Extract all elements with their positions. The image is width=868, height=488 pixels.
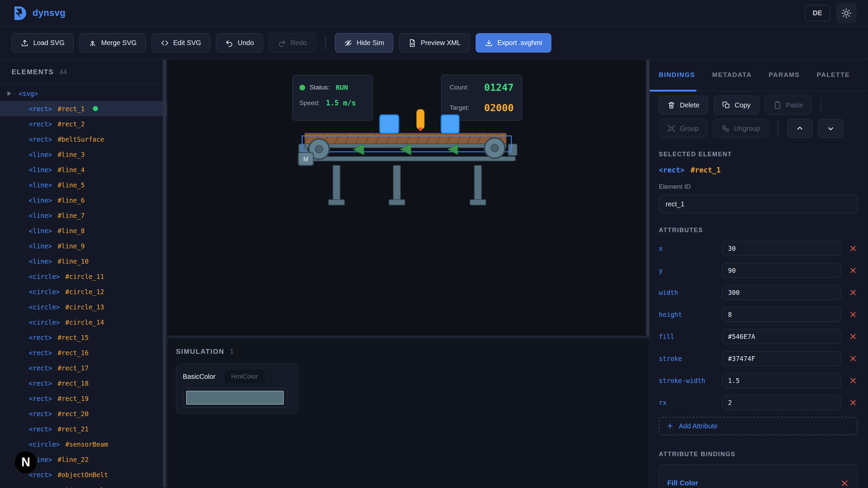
sun-icon <box>841 8 851 18</box>
delete-attribute-button[interactable] <box>849 244 857 253</box>
tree-item[interactable]: <line>#line_9 <box>0 238 167 253</box>
group-icon <box>667 124 675 133</box>
edit-svg-button[interactable]: Edit SVG <box>152 33 210 53</box>
motor-box[interactable]: M <box>298 152 313 165</box>
sensor-beam-dot <box>419 127 422 131</box>
load-svg-button[interactable]: Load SVG <box>12 33 74 53</box>
tree-item[interactable]: <line>#line_3 <box>0 147 167 162</box>
undo-button[interactable]: Undo <box>216 33 263 53</box>
count-value: 01247 <box>484 82 514 93</box>
app-title: dynsvg <box>33 8 66 18</box>
conveyor-graphic[interactable]: M <box>289 104 527 205</box>
tree-item[interactable]: <rect>#rect_21 <box>0 421 167 436</box>
tree-item[interactable]: <rect>#rect_16 <box>0 345 167 360</box>
tab-metadata[interactable]: METADATA <box>712 71 752 91</box>
tree-item[interactable]: <circle>#circle_14 <box>0 314 167 330</box>
redo-button[interactable]: Redo <box>269 33 316 53</box>
tree-item[interactable]: <circle>#circle_12 <box>0 284 167 299</box>
tree-id: #rect_2 <box>58 120 85 128</box>
delete-attribute-button[interactable] <box>849 354 857 363</box>
tree-item[interactable]: <rect>#rect_18 <box>0 375 167 391</box>
attribute-row: width300 <box>659 285 857 300</box>
attribute-value-input[interactable]: 1.5 <box>722 373 841 388</box>
attribute-value-input[interactable]: 2 <box>722 395 841 410</box>
tree-item[interactable]: <rect>#rect_20 <box>0 406 167 421</box>
element-id-input[interactable]: rect_1 <box>659 195 857 213</box>
export-svghmi-button[interactable]: Export .svghmi <box>476 33 551 53</box>
tree-item[interactable]: <rect>#rect_2 <box>0 116 167 131</box>
delete-label: Delete <box>680 101 699 109</box>
tree-item[interactable]: <rect>#beltSurface <box>0 131 167 147</box>
tree-item[interactable]: <rect>#rect_19 <box>0 391 167 406</box>
attribute-row: x30 <box>659 241 857 256</box>
attribute-value-input[interactable]: 90 <box>722 263 841 278</box>
tree-item[interactable]: <rect>#rect_15 <box>0 330 167 345</box>
attribute-value-input[interactable]: #546E7A <box>722 329 841 344</box>
attribute-value-input[interactable]: #37474F <box>722 351 841 366</box>
bound-indicator-dot <box>93 106 98 111</box>
tree-item[interactable]: <line>#line_8 <box>0 223 167 238</box>
dev-overlay-badge[interactable]: N <box>14 451 37 474</box>
roller-right[interactable] <box>485 138 505 158</box>
tree-id: #circle_12 <box>65 288 104 296</box>
status-value: RUN <box>336 83 348 92</box>
tree-item[interactable]: <line>#line_10 <box>0 253 167 269</box>
tree-tag: <rect> <box>29 471 52 479</box>
canvas-scrollbar[interactable] <box>646 60 649 336</box>
move-down-button[interactable] <box>818 119 843 138</box>
tree-item[interactable]: <line>#line_5 <box>0 177 167 192</box>
language-button[interactable]: DE <box>805 5 830 21</box>
tree-item[interactable]: <rect>#rect_1 <box>0 101 167 116</box>
delete-button[interactable]: Delete <box>659 96 708 115</box>
delete-attribute-button[interactable] <box>849 398 857 407</box>
svg-canvas[interactable]: Status: RUN Speed: 1.5 m/s Count: 01247 … <box>167 60 649 336</box>
object-on-belt[interactable] <box>380 115 399 133</box>
toolbar-separator <box>325 36 326 50</box>
tab-palette[interactable]: PALETTE <box>817 71 850 91</box>
delete-attribute-button[interactable] <box>849 332 857 341</box>
hmi-color-tab[interactable]: HmiColor <box>224 370 265 383</box>
delete-attribute-button[interactable] <box>849 376 857 385</box>
tree-item-svg-root[interactable]: <svg> <box>0 86 167 101</box>
binding-label: Fill Color <box>667 479 698 487</box>
move-up-button[interactable] <box>787 119 812 138</box>
attribute-value-input[interactable]: 8 <box>722 307 841 322</box>
preview-xml-button[interactable]: Preview XML <box>399 33 470 53</box>
tree-item[interactable]: <line>#line_7 <box>0 208 167 223</box>
tree-item[interactable]: <line>#line_6 <box>0 192 167 208</box>
tree-items: <rect>#rect_1<rect>#rect_2<rect>#beltSur… <box>0 101 167 488</box>
hide-sim-button[interactable]: Hide Sim <box>335 33 393 53</box>
sidebar-scrollbar[interactable] <box>163 60 166 488</box>
redo-icon <box>278 39 286 47</box>
delete-attribute-button[interactable] <box>849 288 857 297</box>
add-attribute-button[interactable]: Add Attribute <box>659 417 857 435</box>
attribute-value-input[interactable]: 300 <box>722 285 841 300</box>
tree-item[interactable]: <circle>#sensorBeam <box>0 436 167 452</box>
sensor[interactable] <box>417 109 424 131</box>
tree-item[interactable]: <circle>#circle_13 <box>0 299 167 314</box>
tree-tag: <rect> <box>29 334 52 341</box>
tree-item[interactable]: <rect>#objectOnBelt2 <box>0 482 167 488</box>
delete-attribute-button[interactable] <box>849 310 857 319</box>
merge-svg-label: Merge SVG <box>101 39 136 47</box>
ungroup-button[interactable]: Ungroup <box>713 119 769 138</box>
tree-item[interactable]: <rect>#rect_17 <box>0 360 167 375</box>
tab-bindings[interactable]: BINDINGS <box>659 71 695 91</box>
tree-id: #line_5 <box>58 181 85 189</box>
theme-toggle-button[interactable] <box>836 3 856 23</box>
copy-button[interactable]: Copy <box>714 96 759 115</box>
remove-binding-button[interactable] <box>840 479 849 488</box>
group-button[interactable]: Group <box>659 119 707 138</box>
selected-element-id: #rect_1 <box>691 166 721 174</box>
attribute-value-input[interactable]: 30 <box>722 241 841 256</box>
paste-button[interactable]: Paste <box>765 96 812 115</box>
color-swatch-input[interactable] <box>183 388 287 408</box>
tree-item[interactable]: <circle>#circle_11 <box>0 269 167 284</box>
tree-item[interactable]: <line>#line_4 <box>0 162 167 177</box>
attribute-row: stroke-width1.5 <box>659 373 857 388</box>
object-on-belt-2[interactable] <box>441 115 459 133</box>
delete-attribute-button[interactable] <box>849 266 857 275</box>
tab-params[interactable]: PARAMS <box>769 71 800 91</box>
merge-svg-button[interactable]: Merge SVG <box>79 33 145 53</box>
attribute-name: fill <box>659 333 722 340</box>
